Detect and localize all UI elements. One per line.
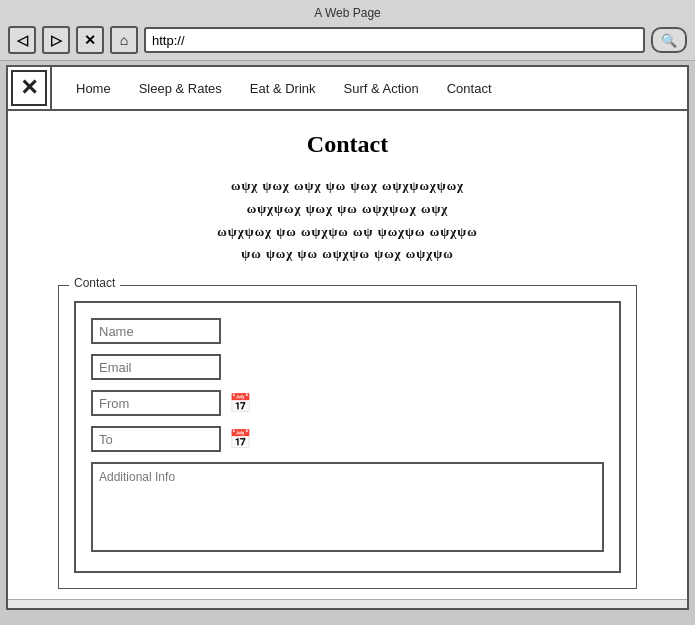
contact-section-label: Contact xyxy=(69,276,120,290)
logo-icon: ✕ xyxy=(20,75,38,101)
additional-info-row xyxy=(91,462,604,556)
nav-item-contact[interactable]: Contact xyxy=(433,71,506,106)
close-button[interactable]: ✕ xyxy=(76,26,104,54)
forward-button[interactable]: ▷ xyxy=(42,26,70,54)
browser-toolbar: ◁ ▷ ✕ ⌂ 🔍 xyxy=(8,26,687,54)
nav-logo[interactable]: ✕ xyxy=(8,67,52,109)
nav-item-surf-action[interactable]: Surf & Action xyxy=(330,71,433,106)
address-bar[interactable] xyxy=(144,27,645,53)
from-input[interactable] xyxy=(91,390,221,416)
additional-info-textarea[interactable] xyxy=(91,462,604,552)
footer: Adress ΦΦΦΦ ΦΦΦΦ Legal Notice ΦΦΦΦ ΦΦΦΦΦ… xyxy=(8,599,687,610)
back-button[interactable]: ◁ xyxy=(8,26,36,54)
desc-line-1: ωψχ ψωχ ωψχ ψω ψωχ ωψχψωχψωχ xyxy=(38,176,657,197)
form-inner: 📅 📅 xyxy=(74,301,621,573)
description-text: ωψχ ψωχ ωψχ ψω ψωχ ωψχψωχψωχ ωψχψωχ ψωχ … xyxy=(38,176,657,265)
main-content: Contact ωψχ ψωχ ωψχ ψω ψωχ ωψχψωχψωχ ωψχ… xyxy=(8,111,687,599)
email-field-row xyxy=(91,354,604,380)
search-button[interactable]: 🔍 xyxy=(651,27,687,53)
desc-line-3: ωψχψωχ ψω ωψχψω ωψ ψωχψω ωψχψω xyxy=(38,222,657,243)
navigation-bar: ✕ Home Sleep & Rates Eat & Drink Surf & … xyxy=(8,67,687,111)
to-field-row: 📅 xyxy=(91,426,604,452)
home-button[interactable]: ⌂ xyxy=(110,26,138,54)
browser-title: A Web Page xyxy=(8,6,687,20)
desc-line-2: ωψχψωχ ψωχ ψω ωψχψωχ ωψχ xyxy=(38,199,657,220)
nav-links: Home Sleep & Rates Eat & Drink Surf & Ac… xyxy=(52,71,506,106)
desc-line-4: ψω ψωχ ψω ωψχψω ψωχ ωψχψω xyxy=(38,244,657,265)
name-field-row xyxy=(91,318,604,344)
nav-item-eat-drink[interactable]: Eat & Drink xyxy=(236,71,330,106)
to-calendar-icon[interactable]: 📅 xyxy=(229,428,251,450)
browser-chrome: A Web Page ◁ ▷ ✕ ⌂ 🔍 xyxy=(0,0,695,61)
email-input[interactable] xyxy=(91,354,221,380)
name-input[interactable] xyxy=(91,318,221,344)
from-field-row: 📅 xyxy=(91,390,604,416)
to-input[interactable] xyxy=(91,426,221,452)
nav-item-sleep-rates[interactable]: Sleep & Rates xyxy=(125,71,236,106)
contact-section: Contact 📅 📅 xyxy=(58,285,637,589)
website-frame: ✕ Home Sleep & Rates Eat & Drink Surf & … xyxy=(6,65,689,610)
nav-item-home[interactable]: Home xyxy=(62,71,125,106)
from-calendar-icon[interactable]: 📅 xyxy=(229,392,251,414)
page-title: Contact xyxy=(38,131,657,158)
